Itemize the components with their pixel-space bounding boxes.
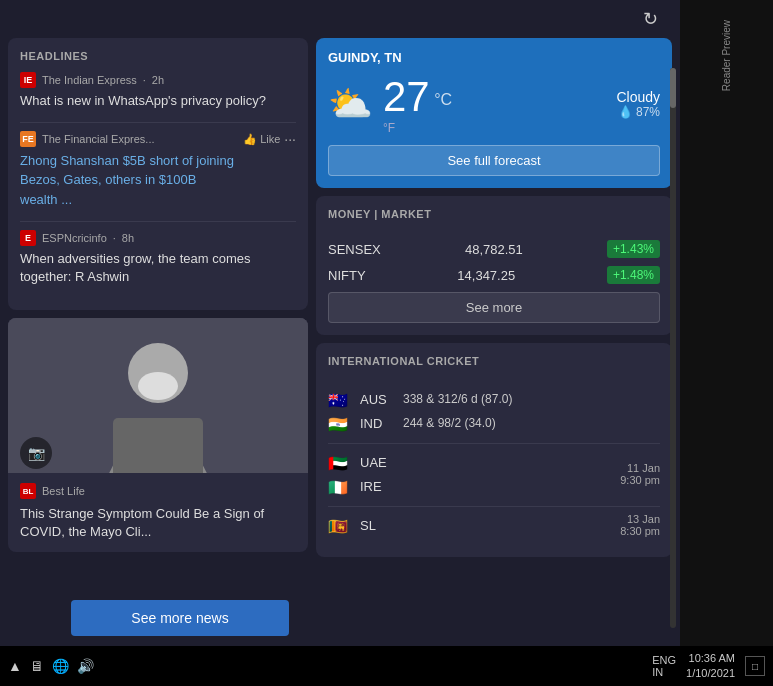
see-more-news-button[interactable]: See more news	[71, 600, 288, 636]
headlines-label: HEADLINES	[20, 50, 296, 62]
news-actions-2: 👍 Like ···	[243, 131, 296, 147]
content-area: HEADLINES IE The Indian Express · 2h Wha…	[0, 38, 680, 628]
more-news-button[interactable]: ···	[284, 131, 296, 147]
time-date-display: 10:36 AM 1/10/2021	[686, 651, 735, 682]
aus-flag: 🇦🇺	[328, 391, 352, 407]
image-card-body: BL Best Life This Strange Symptom Could …	[8, 473, 308, 551]
fe-logo: FE	[20, 131, 36, 147]
taskbar-up-icon[interactable]: ▲	[8, 658, 22, 674]
see-more-market-button[interactable]: See more	[328, 292, 660, 323]
notification-button[interactable]: □	[745, 656, 765, 676]
taskbar-sound-icon[interactable]: 🔊	[77, 658, 94, 674]
news-source-1: IE The Indian Express · 2h	[20, 72, 296, 88]
temp-unit-f: °F	[383, 121, 452, 135]
market-header: MONEY | MARKET	[328, 208, 660, 230]
aus-team: AUS	[360, 392, 395, 407]
main-panel: ↻ HEADLINES IE The Indian Express · 2h W	[0, 0, 680, 650]
temperature-display: 27 °C °F	[383, 73, 452, 135]
sidebar-label: Reader Preview	[721, 20, 732, 91]
uae-row: 🇦🇪 UAE	[328, 450, 395, 474]
bl-logo: BL	[20, 483, 36, 499]
svg-rect-5	[113, 418, 203, 473]
taskbar-monitor-icon[interactable]: 🖥	[30, 658, 44, 674]
svg-point-4	[138, 372, 178, 400]
see-full-forecast-button[interactable]: See full forecast	[328, 145, 660, 176]
divider-2	[20, 221, 296, 222]
cricket-card: INTERNATIONAL CRICKET 🇦🇺 AUS 338 & 312/6…	[316, 343, 672, 557]
nifty-name: NIFTY	[328, 268, 366, 283]
sensex-change: +1.43%	[607, 240, 660, 258]
sensex-name: SENSEX	[328, 242, 381, 257]
taskbar-icons: ▲ 🖥 🌐 🔊	[8, 658, 646, 674]
cricket-header: INTERNATIONAL CRICKET	[328, 355, 660, 377]
news-item-row-2: FE The Financial Expres... Zhong Shansha…	[20, 131, 296, 209]
temp-unit-c: °C	[434, 91, 452, 108]
humidity-display: 💧 87%	[616, 105, 660, 119]
match-time-1: 11 Jan 9:30 pm	[620, 462, 660, 486]
refresh-icon[interactable]: ↻	[643, 8, 658, 30]
weather-description: Cloudy	[616, 89, 660, 105]
market-label: MONEY | MARKET	[328, 208, 431, 220]
lang-indicator: ENG IN	[652, 654, 676, 678]
sl-row: 🇱🇰 SL	[328, 513, 395, 537]
uae-ire-container: 🇦🇪 UAE 🇮🇪 IRE 11 Jan 9:30 pm	[328, 450, 660, 498]
taskbar-network-icon[interactable]: 🌐	[52, 658, 69, 674]
market-row-nifty: NIFTY 14,347.25 +1.48%	[328, 266, 660, 284]
humidity-icon: 💧	[618, 105, 633, 119]
scrollbar-thumb[interactable]	[670, 68, 676, 108]
svg-text:📷: 📷	[28, 445, 46, 462]
weather-header: GUINDY, TN	[328, 50, 660, 65]
cricket-divider-1	[328, 443, 660, 444]
left-column: HEADLINES IE The Indian Express · 2h Wha…	[8, 38, 308, 620]
ie-logo: IE	[20, 72, 36, 88]
ire-team: IRE	[360, 479, 395, 494]
see-more-news-bar: See more news	[0, 590, 360, 646]
reader-preview-sidebar: Reader Preview	[680, 0, 773, 650]
humidity-value: 87%	[636, 105, 660, 119]
news-title-1: What is new in WhatsApp's privacy policy…	[20, 92, 296, 110]
best-life-source: BL Best Life	[20, 483, 296, 499]
ind-row: 🇮🇳 IND 244 & 98/2 (34.0)	[328, 411, 660, 435]
uae-ire-teams: 🇦🇪 UAE 🇮🇪 IRE	[328, 450, 395, 498]
weather-location: GUINDY, TN	[328, 50, 402, 65]
news-item-1: IE The Indian Express · 2h What is new i…	[20, 72, 296, 110]
cricket-label: INTERNATIONAL CRICKET	[328, 355, 479, 367]
image-news-title: This Strange Symptom Could Be a Sign of …	[20, 505, 296, 541]
nifty-value: 14,347.25	[457, 268, 515, 283]
uae-team: UAE	[360, 455, 395, 470]
divider-1	[20, 122, 296, 123]
headlines-card: HEADLINES IE The Indian Express · 2h Wha…	[8, 38, 308, 310]
news-item-2: FE The Financial Expres... Zhong Shansha…	[20, 131, 296, 209]
weather-main: ⛅ 27 °C °F Cloudy 💧 87%	[328, 73, 660, 135]
scrollbar-track[interactable]	[670, 68, 676, 628]
sl-flag: 🇱🇰	[328, 517, 352, 533]
taskbar-right: ENG IN 10:36 AM 1/10/2021 □	[652, 651, 765, 682]
match-time-2: 13 Jan 8:30 pm	[620, 513, 660, 537]
cricket-match-1: 🇦🇺 AUS 338 & 312/6 d (87.0) 🇮🇳 IND 244 &…	[328, 387, 660, 435]
news-source-2: FE The Financial Expres...	[20, 131, 235, 147]
cricket-match-3: 🇱🇰 SL 13 Jan 8:30 pm	[328, 513, 660, 537]
taskbar: ▲ 🖥 🌐 🔊 ENG IN 10:36 AM 1/10/2021 □	[0, 646, 773, 686]
news-source-3: E ESPNcricinfo · 8h	[20, 230, 296, 246]
cricket-divider-2	[328, 506, 660, 507]
sensex-value: 48,782.51	[465, 242, 523, 257]
news-title-link-2[interactable]: Zhong Shanshan $5B short of joining Bezo…	[20, 153, 234, 206]
ire-flag: 🇮🇪	[328, 478, 352, 494]
market-card: MONEY | MARKET SENSEX 48,782.51 +1.43% N…	[316, 196, 672, 335]
weather-card: GUINDY, TN ⛅ 27 °C °F	[316, 38, 672, 188]
nifty-change: +1.48%	[607, 266, 660, 284]
ind-score: 244 & 98/2 (34.0)	[403, 416, 660, 430]
aus-score: 338 & 312/6 d (87.0)	[403, 392, 660, 406]
news-image: 📷	[8, 318, 308, 473]
cricket-match-2: 🇦🇪 UAE 🇮🇪 IRE 11 Jan 9:30 pm	[328, 450, 660, 498]
ire-row: 🇮🇪 IRE	[328, 474, 395, 498]
sl-team: SL	[360, 518, 395, 533]
market-row-sensex: SENSEX 48,782.51 +1.43%	[328, 240, 660, 258]
espn-logo: E	[20, 230, 36, 246]
date-display: 1/10/2021	[686, 666, 735, 681]
temperature-value: 27	[383, 73, 430, 120]
cloud-icon: ⛅	[328, 83, 373, 125]
ind-team: IND	[360, 416, 395, 431]
like-button[interactable]: 👍 Like	[243, 133, 280, 146]
like-icon: 👍	[243, 133, 257, 146]
